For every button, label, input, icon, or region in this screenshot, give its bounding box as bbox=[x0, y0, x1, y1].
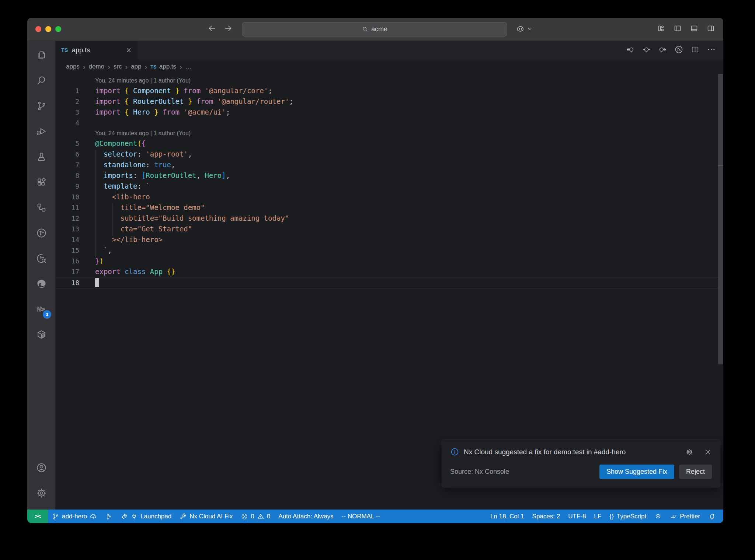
gitlens-graph-button[interactable] bbox=[674, 45, 683, 56]
line-number: 7 bbox=[55, 160, 79, 170]
status-label: 0 bbox=[251, 513, 254, 520]
eol-status[interactable]: LF bbox=[590, 510, 605, 523]
language-mode-status[interactable]: {}TypeScript bbox=[605, 510, 650, 523]
reject-button[interactable]: Reject bbox=[679, 465, 712, 479]
activity-item-nx-console[interactable]: 3 bbox=[32, 300, 50, 318]
split-editor-button[interactable] bbox=[690, 45, 700, 56]
encoding-status[interactable]: UTF-8 bbox=[564, 510, 590, 523]
code-line-7[interactable]: 7 standalone: true, bbox=[55, 160, 723, 170]
toggle-primary-sidebar-button[interactable] bbox=[673, 24, 682, 34]
status-label: Spaces: 2 bbox=[532, 513, 560, 520]
close-tab-icon[interactable] bbox=[125, 47, 132, 53]
copilot-menu-button[interactable] bbox=[515, 24, 533, 34]
code-text: cta="Get Started" bbox=[79, 224, 192, 234]
wrench-icon bbox=[180, 513, 187, 520]
activity-item-extensions[interactable] bbox=[32, 173, 50, 191]
code-text: export class App {} bbox=[79, 266, 175, 277]
activity-item-accounts[interactable] bbox=[32, 459, 50, 476]
code-line-3[interactable]: 3import { Hero } from '@acme/ui'; bbox=[55, 107, 723, 118]
toggle-panel-button[interactable] bbox=[690, 24, 699, 34]
formatter-status[interactable]: Prettier bbox=[666, 510, 704, 523]
code-line-6[interactable]: 6 selector: 'app-root', bbox=[55, 149, 723, 160]
breadcrumb-item-4[interactable]: TSapp.ts bbox=[150, 63, 176, 70]
vim-mode-status[interactable]: -- NORMAL -- bbox=[338, 510, 384, 523]
activity-item-nx-project-details[interactable] bbox=[32, 249, 50, 267]
breadcrumb-item-5[interactable]: … bbox=[185, 63, 192, 70]
breadcrumb-item-2[interactable]: src bbox=[114, 63, 122, 70]
code-text bbox=[79, 118, 95, 128]
close-window-button[interactable] bbox=[35, 26, 41, 32]
line-number: 17 bbox=[55, 266, 79, 277]
activity-item-search[interactable] bbox=[32, 71, 50, 89]
status-label: Nx Cloud AI Fix bbox=[189, 513, 233, 520]
previous-change-button[interactable] bbox=[626, 45, 635, 56]
code-line-1[interactable]: 1import { Component } from '@angular/cor… bbox=[55, 85, 723, 96]
activity-item-package-explorer[interactable] bbox=[32, 326, 50, 343]
breadcrumb-separator: › bbox=[141, 63, 150, 70]
problems-indicator[interactable]: 00 bbox=[237, 510, 274, 523]
minimize-window-button[interactable] bbox=[45, 26, 51, 32]
toggle-secondary-sidebar-button[interactable] bbox=[706, 24, 715, 34]
code-line-2[interactable]: 2import { RouterOutlet } from '@angular/… bbox=[55, 96, 723, 107]
launchpad-button[interactable]: Launchpad bbox=[116, 510, 175, 523]
status-bar: ><add-heroLaunchpadNx Cloud AI Fix00Auto… bbox=[27, 510, 723, 523]
code-text: <lib-hero bbox=[79, 192, 150, 202]
tab-app-ts[interactable]: TS app.ts bbox=[55, 41, 138, 59]
git-blame-annotation[interactable]: You, 24 minutes ago | 1 author (You) bbox=[55, 76, 723, 85]
search-icon bbox=[362, 26, 368, 32]
code-line-13[interactable]: 13 cta="Get Started" bbox=[55, 224, 723, 234]
typescript-file-icon: TS bbox=[150, 64, 157, 70]
code-line-15[interactable]: 15 `, bbox=[55, 245, 723, 256]
search-icon bbox=[36, 75, 47, 86]
back-button[interactable] bbox=[207, 24, 217, 35]
activity-item-nx-graph[interactable] bbox=[32, 224, 50, 242]
notification-settings-icon[interactable] bbox=[685, 448, 693, 456]
code-line-14[interactable]: 14 ></lib-hero> bbox=[55, 234, 723, 245]
code-line-10[interactable]: 10 <lib-hero bbox=[55, 192, 723, 202]
code-line-5[interactable]: 5@Component({ bbox=[55, 138, 723, 149]
breadcrumb-label: app bbox=[131, 63, 141, 70]
vscode-window: acme 3 TS app.ts apps›demo›src›app›TSapp… bbox=[27, 18, 723, 523]
more-icon bbox=[707, 45, 716, 54]
code-line-12[interactable]: 12 subtitle="Build something amazing tod… bbox=[55, 213, 723, 224]
more-actions-button[interactable] bbox=[707, 45, 716, 56]
nx-cloud-ai-fix-button[interactable]: Nx Cloud AI Fix bbox=[175, 510, 237, 523]
cursor-position-status[interactable]: Ln 18, Col 1 bbox=[486, 510, 528, 523]
code-line-4[interactable]: 4 bbox=[55, 118, 723, 128]
commit-graph-button[interactable] bbox=[101, 510, 116, 523]
activity-item-settings[interactable] bbox=[32, 484, 50, 502]
maximize-window-button[interactable] bbox=[55, 26, 61, 32]
auto-attach-status[interactable]: Auto Attach: Always bbox=[274, 510, 337, 523]
activity-item-edge-browser[interactable] bbox=[32, 275, 50, 293]
breadcrumb-item-0[interactable]: apps bbox=[66, 63, 80, 70]
code-line-18[interactable]: 18 bbox=[55, 277, 723, 288]
show-suggested-fix-button[interactable]: Show Suggested Fix bbox=[599, 465, 674, 479]
copilot-status[interactable] bbox=[650, 510, 666, 523]
command-center-search[interactable]: acme bbox=[242, 22, 507, 36]
activity-item-project-structure[interactable] bbox=[32, 199, 50, 216]
notification-close-icon[interactable] bbox=[704, 448, 712, 456]
activity-item-source-control[interactable] bbox=[32, 97, 50, 115]
forward-button[interactable] bbox=[223, 24, 233, 35]
breadcrumb-item-1[interactable]: demo bbox=[89, 63, 105, 70]
notifications-bell[interactable] bbox=[704, 510, 720, 523]
code-text: import { Component } from '@angular/core… bbox=[79, 85, 272, 96]
breadcrumb-item-3[interactable]: app bbox=[131, 63, 141, 70]
code-line-16[interactable]: 16}) bbox=[55, 256, 723, 266]
code-line-8[interactable]: 8 imports: [RouterOutlet, Hero], bbox=[55, 170, 723, 181]
git-blame-annotation[interactable]: You, 24 minutes ago | 1 author (You) bbox=[55, 128, 723, 138]
code-line-17[interactable]: 17export class App {} bbox=[55, 266, 723, 277]
copilot-icon bbox=[654, 513, 662, 520]
activity-item-run-and-debug[interactable] bbox=[32, 122, 50, 140]
next-change-button[interactable] bbox=[658, 45, 667, 56]
git-branch-status[interactable]: add-hero bbox=[48, 510, 101, 523]
remote-indicator[interactable]: >< bbox=[27, 510, 48, 523]
code-line-9[interactable]: 9 template: ` bbox=[55, 181, 723, 192]
indentation-status[interactable]: Spaces: 2 bbox=[528, 510, 564, 523]
activity-item-testing[interactable] bbox=[32, 148, 50, 165]
code-line-11[interactable]: 11 title="Welcmoe demo" bbox=[55, 202, 723, 213]
editor-scrollbar[interactable] bbox=[718, 74, 723, 364]
activity-item-explorer[interactable] bbox=[32, 46, 50, 64]
customize-layout-button[interactable] bbox=[657, 24, 665, 34]
open-changes-button[interactable] bbox=[642, 45, 651, 56]
